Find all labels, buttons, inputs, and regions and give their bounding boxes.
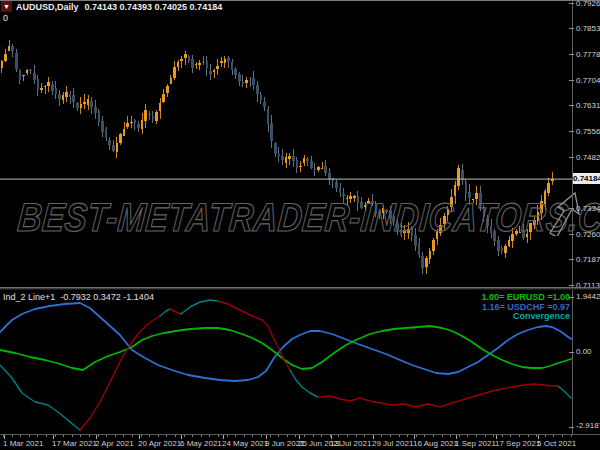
time-axis-minor-tick xyxy=(37,435,38,437)
time-axis-minor-tick xyxy=(235,435,236,437)
indicator-legend: 1.00= EURUSD =1.00 1.16= USDCHF =0.97 Co… xyxy=(481,293,570,322)
date-label: 24 May 2021 xyxy=(222,439,268,448)
price-axis-label: 0.78530 xyxy=(576,24,600,33)
trend-arrow-annotation[interactable] xyxy=(544,188,584,236)
time-axis-minor-tick xyxy=(553,435,554,437)
chart-sub-label: 0 xyxy=(3,13,8,23)
time-axis-minor-tick xyxy=(381,435,382,437)
indicator-values: -0.7932 0.3472 -1.1404 xyxy=(60,292,154,302)
time-axis-minor-tick xyxy=(295,435,296,437)
time-axis-minor-tick xyxy=(218,435,219,437)
indicator-axis-tick xyxy=(569,427,574,428)
time-axis-minor-tick xyxy=(158,435,159,437)
time-axis-minor-tick xyxy=(364,435,365,437)
time-axis-minor-tick xyxy=(407,435,408,437)
indicator-axis-zero: 0.00 xyxy=(576,347,592,356)
candles-group[interactable] xyxy=(1,40,554,274)
time-axis-minor-tick xyxy=(201,435,202,437)
symbol-menu-icon[interactable]: ▼ xyxy=(1,1,12,12)
time-axis[interactable]: 1 Mar 202117 Mar 20212 Apr 202120 Apr 20… xyxy=(0,434,600,450)
time-axis-minor-tick xyxy=(98,435,99,437)
price-axis-label: 0.77780 xyxy=(576,50,600,59)
time-axis-minor-tick xyxy=(270,435,271,437)
time-axis-minor-tick xyxy=(347,435,348,437)
time-axis-minor-tick xyxy=(450,435,451,437)
indicator-title: Ind_2 Line+1-0.7932 0.3472 -1.1404 xyxy=(3,292,154,302)
time-axis-minor-tick xyxy=(519,435,520,437)
time-axis-minor-tick xyxy=(416,435,417,437)
time-axis-minor-tick xyxy=(493,435,494,437)
time-axis-minor-tick xyxy=(89,435,90,437)
time-axis-minor-tick xyxy=(29,435,30,437)
time-axis-minor-tick xyxy=(12,435,13,437)
date-label: 5 Oct 2021 xyxy=(537,439,576,448)
time-axis-minor-tick xyxy=(278,435,279,437)
date-label: 17 Mar 2021 xyxy=(52,439,97,448)
time-axis-minor-tick xyxy=(184,435,185,437)
time-axis-minor-tick xyxy=(149,435,150,437)
time-axis-minor-tick xyxy=(123,435,124,437)
time-axis-minor-tick xyxy=(132,435,133,437)
time-axis-minor-tick xyxy=(571,435,572,437)
time-axis-minor-tick xyxy=(562,435,563,437)
price-axis-label: 0.77045 xyxy=(576,76,600,85)
time-axis-minor-tick xyxy=(485,435,486,437)
time-axis-minor-tick xyxy=(244,435,245,437)
time-axis-minor-tick xyxy=(209,435,210,437)
date-label: 17 Sep 2021 xyxy=(495,439,540,448)
time-axis-minor-tick xyxy=(476,435,477,437)
time-axis-minor-tick xyxy=(528,435,529,437)
indicator-axis-tick xyxy=(569,352,574,353)
time-axis-minor-tick xyxy=(141,435,142,437)
indicator-axis-max: 1.9442 xyxy=(576,292,600,301)
time-axis-minor-tick xyxy=(287,435,288,437)
price-axis-label: 0.76310 xyxy=(576,101,600,110)
date-label: 16 Aug 2021 xyxy=(413,439,458,448)
time-axis-minor-tick xyxy=(442,435,443,437)
time-axis-minor-tick xyxy=(510,435,511,437)
price-axis-label: 0.79265 xyxy=(576,0,600,8)
time-axis-minor-tick xyxy=(356,435,357,437)
date-label: 2 Apr 2021 xyxy=(95,439,134,448)
time-axis-minor-tick xyxy=(424,435,425,437)
time-axis-minor-tick xyxy=(227,435,228,437)
time-axis-minor-tick xyxy=(545,435,546,437)
indicator-axis-min: -2.9187 xyxy=(576,421,600,430)
time-axis-minor-tick xyxy=(304,435,305,437)
indicator-name: Ind_2 Line+1 xyxy=(3,292,55,302)
date-label: 1 Mar 2021 xyxy=(3,439,43,448)
chart-symbol-period: AUDUSD,Daily xyxy=(16,2,79,12)
price-axis-label: 0.71870 xyxy=(576,255,600,264)
indicator-axis-tick xyxy=(569,297,574,298)
time-axis-minor-tick xyxy=(166,435,167,437)
time-axis-minor-tick xyxy=(72,435,73,437)
time-axis-minor-tick xyxy=(20,435,21,437)
date-label: 20 Apr 2021 xyxy=(138,439,181,448)
date-label: 13 Jul 2021 xyxy=(330,439,371,448)
time-axis-minor-tick xyxy=(399,435,400,437)
date-label: 6 May 2021 xyxy=(180,439,222,448)
time-axis-minor-tick xyxy=(502,435,503,437)
date-label: 1 Sep 2021 xyxy=(455,439,496,448)
time-axis-minor-tick xyxy=(192,435,193,437)
main-price-chart[interactable] xyxy=(0,0,572,287)
price-axis-label: 0.74825 xyxy=(576,153,600,162)
time-axis-minor-tick xyxy=(80,435,81,437)
current-price-label: 0.74184 xyxy=(573,173,600,184)
time-axis-minor-tick xyxy=(261,435,262,437)
time-axis-minor-tick xyxy=(63,435,64,437)
chart-ohlc-values: 0.74143 0.74393 0.74025 0.74184 xyxy=(85,2,223,12)
time-axis-minor-tick xyxy=(252,435,253,437)
legend-convergence: Convergence xyxy=(481,312,570,322)
indicator-subwindow: Ind_2 Line+1-0.7932 0.3472 -1.1404 1.00=… xyxy=(0,290,600,434)
time-axis-minor-tick xyxy=(313,435,314,437)
time-axis-minor-tick xyxy=(115,435,116,437)
time-axis-minor-tick xyxy=(467,435,468,437)
time-axis-minor-tick xyxy=(55,435,56,437)
price-axis-label: 0.75560 xyxy=(576,127,600,136)
chart-title: AUDUSD,Daily0.74143 0.74393 0.74025 0.74… xyxy=(16,2,222,12)
time-axis-minor-tick xyxy=(338,435,339,437)
time-axis-minor-tick xyxy=(46,435,47,437)
mt4-chart-window: ▼ AUDUSD,Daily0.74143 0.74393 0.74025 0.… xyxy=(0,0,600,450)
time-axis-minor-tick xyxy=(459,435,460,437)
